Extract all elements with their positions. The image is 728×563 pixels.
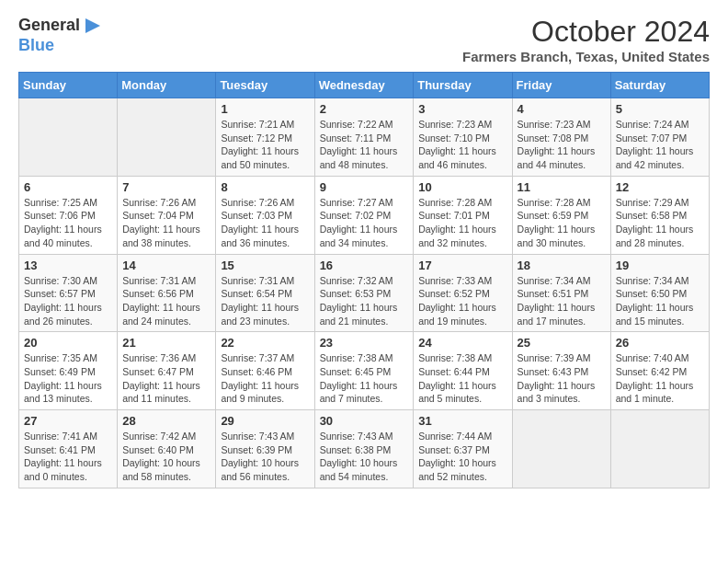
calendar-cell: 31Sunrise: 7:44 AMSunset: 6:37 PMDayligh… xyxy=(414,410,512,488)
day-number: 14 xyxy=(122,259,210,272)
day-info: Sunrise: 7:43 AMSunset: 6:39 PMDaylight:… xyxy=(221,430,309,484)
calendar-cell: 27Sunrise: 7:41 AMSunset: 6:41 PMDayligh… xyxy=(19,410,118,488)
day-info: Sunrise: 7:31 AMSunset: 6:54 PMDaylight:… xyxy=(221,274,309,328)
day-number: 3 xyxy=(418,102,506,116)
day-info: Sunrise: 7:21 AMSunset: 7:12 PMDaylight:… xyxy=(221,118,309,172)
calendar-cell: 3Sunrise: 7:23 AMSunset: 7:10 PMDaylight… xyxy=(414,98,512,177)
calendar-table: SundayMondayTuesdayWednesdayThursdayFrid… xyxy=(18,72,710,488)
calendar-cell: 23Sunrise: 7:38 AMSunset: 6:45 PMDayligh… xyxy=(314,332,414,410)
day-number: 7 xyxy=(122,180,210,194)
calendar-cell: 18Sunrise: 7:34 AMSunset: 6:51 PMDayligh… xyxy=(512,254,610,332)
calendar-cell: 4Sunrise: 7:23 AMSunset: 7:08 PMDaylight… xyxy=(512,98,610,177)
calendar-cell: 26Sunrise: 7:40 AMSunset: 6:42 PMDayligh… xyxy=(610,332,709,410)
day-header-thursday: Thursday xyxy=(414,73,512,98)
svg-marker-0 xyxy=(85,18,100,33)
day-number: 19 xyxy=(616,259,704,272)
calendar-cell: 25Sunrise: 7:39 AMSunset: 6:43 PMDayligh… xyxy=(512,332,610,410)
day-info: Sunrise: 7:25 AMSunset: 7:06 PMDaylight:… xyxy=(24,196,112,250)
calendar-cell: 19Sunrise: 7:34 AMSunset: 6:50 PMDayligh… xyxy=(610,254,709,332)
calendar-cell: 5Sunrise: 7:24 AMSunset: 7:07 PMDaylight… xyxy=(610,98,709,177)
day-info: Sunrise: 7:23 AMSunset: 7:08 PMDaylight:… xyxy=(518,118,606,172)
calendar-cell: 14Sunrise: 7:31 AMSunset: 6:56 PMDayligh… xyxy=(118,254,216,332)
day-number: 30 xyxy=(320,414,409,428)
calendar-cell: 8Sunrise: 7:26 AMSunset: 7:03 PMDaylight… xyxy=(216,176,314,254)
day-number: 31 xyxy=(418,414,506,428)
day-info: Sunrise: 7:36 AMSunset: 6:47 PMDaylight:… xyxy=(122,351,210,406)
day-info: Sunrise: 7:32 AMSunset: 6:53 PMDaylight:… xyxy=(320,274,409,328)
day-info: Sunrise: 7:26 AMSunset: 7:03 PMDaylight:… xyxy=(221,196,309,250)
day-number: 4 xyxy=(518,102,606,116)
day-info: Sunrise: 7:24 AMSunset: 7:07 PMDaylight:… xyxy=(616,118,704,172)
calendar-cell: 9Sunrise: 7:27 AMSunset: 7:02 PMDaylight… xyxy=(314,176,414,254)
day-info: Sunrise: 7:26 AMSunset: 7:04 PMDaylight:… xyxy=(122,196,210,250)
calendar-cell: 13Sunrise: 7:30 AMSunset: 6:57 PMDayligh… xyxy=(19,254,118,332)
logo: GeneralBlue xyxy=(18,15,104,55)
calendar-cell: 16Sunrise: 7:32 AMSunset: 6:53 PMDayligh… xyxy=(314,254,414,332)
day-number: 18 xyxy=(518,259,606,272)
day-info: Sunrise: 7:37 AMSunset: 6:46 PMDaylight:… xyxy=(221,351,309,406)
logo-text: GeneralBlue xyxy=(18,15,104,55)
day-header-row: SundayMondayTuesdayWednesdayThursdayFrid… xyxy=(19,73,710,98)
page-header: GeneralBlue October 2024 Farmers Branch,… xyxy=(18,15,710,64)
day-info: Sunrise: 7:38 AMSunset: 6:45 PMDaylight:… xyxy=(320,351,409,406)
day-number: 28 xyxy=(122,414,210,428)
day-header-tuesday: Tuesday xyxy=(216,73,314,98)
day-info: Sunrise: 7:23 AMSunset: 7:10 PMDaylight:… xyxy=(418,118,506,172)
day-number: 5 xyxy=(616,102,704,116)
calendar-cell: 1Sunrise: 7:21 AMSunset: 7:12 PMDaylight… xyxy=(216,98,314,177)
month-title: October 2024 xyxy=(462,15,710,49)
day-number: 20 xyxy=(24,336,112,350)
day-info: Sunrise: 7:39 AMSunset: 6:43 PMDaylight:… xyxy=(518,351,606,406)
day-number: 29 xyxy=(221,414,309,428)
calendar-cell: 22Sunrise: 7:37 AMSunset: 6:46 PMDayligh… xyxy=(216,332,314,410)
day-number: 8 xyxy=(221,180,309,194)
day-number: 1 xyxy=(221,102,309,116)
day-number: 6 xyxy=(24,180,112,194)
day-number: 11 xyxy=(518,180,606,194)
calendar-cell xyxy=(118,98,216,177)
calendar-cell: 17Sunrise: 7:33 AMSunset: 6:52 PMDayligh… xyxy=(414,254,512,332)
calendar-cell: 10Sunrise: 7:28 AMSunset: 7:01 PMDayligh… xyxy=(414,176,512,254)
day-info: Sunrise: 7:43 AMSunset: 6:38 PMDaylight:… xyxy=(320,430,409,484)
calendar-cell: 12Sunrise: 7:29 AMSunset: 6:58 PMDayligh… xyxy=(610,176,709,254)
day-info: Sunrise: 7:38 AMSunset: 6:44 PMDaylight:… xyxy=(418,351,506,406)
day-info: Sunrise: 7:34 AMSunset: 6:51 PMDaylight:… xyxy=(518,274,606,328)
calendar-cell: 30Sunrise: 7:43 AMSunset: 6:38 PMDayligh… xyxy=(314,410,414,488)
day-number: 25 xyxy=(518,336,606,350)
day-number: 9 xyxy=(320,180,409,194)
calendar-cell: 21Sunrise: 7:36 AMSunset: 6:47 PMDayligh… xyxy=(118,332,216,410)
day-info: Sunrise: 7:41 AMSunset: 6:41 PMDaylight:… xyxy=(24,430,112,484)
week-row-5: 27Sunrise: 7:41 AMSunset: 6:41 PMDayligh… xyxy=(19,410,710,488)
day-header-wednesday: Wednesday xyxy=(314,73,414,98)
calendar-cell xyxy=(610,410,709,488)
calendar-cell: 24Sunrise: 7:38 AMSunset: 6:44 PMDayligh… xyxy=(414,332,512,410)
day-header-sunday: Sunday xyxy=(19,73,118,98)
day-number: 12 xyxy=(616,180,704,194)
day-number: 2 xyxy=(320,102,409,116)
day-info: Sunrise: 7:28 AMSunset: 7:01 PMDaylight:… xyxy=(418,196,506,250)
day-info: Sunrise: 7:31 AMSunset: 6:56 PMDaylight:… xyxy=(122,274,210,328)
day-number: 22 xyxy=(221,336,309,350)
day-number: 13 xyxy=(24,259,112,272)
day-info: Sunrise: 7:27 AMSunset: 7:02 PMDaylight:… xyxy=(320,196,409,250)
week-row-2: 6Sunrise: 7:25 AMSunset: 7:06 PMDaylight… xyxy=(19,176,710,254)
day-header-saturday: Saturday xyxy=(610,73,709,98)
day-number: 26 xyxy=(616,336,704,350)
calendar-cell: 2Sunrise: 7:22 AMSunset: 7:11 PMDaylight… xyxy=(314,98,414,177)
day-info: Sunrise: 7:42 AMSunset: 6:40 PMDaylight:… xyxy=(122,430,210,484)
calendar-cell: 29Sunrise: 7:43 AMSunset: 6:39 PMDayligh… xyxy=(216,410,314,488)
day-header-monday: Monday xyxy=(118,73,216,98)
day-info: Sunrise: 7:30 AMSunset: 6:57 PMDaylight:… xyxy=(24,274,112,328)
day-number: 10 xyxy=(418,180,506,194)
day-info: Sunrise: 7:44 AMSunset: 6:37 PMDaylight:… xyxy=(418,430,506,484)
logo-icon xyxy=(82,15,104,37)
calendar-cell: 7Sunrise: 7:26 AMSunset: 7:04 PMDaylight… xyxy=(118,176,216,254)
calendar-cell xyxy=(512,410,610,488)
calendar-cell: 11Sunrise: 7:28 AMSunset: 6:59 PMDayligh… xyxy=(512,176,610,254)
calendar-cell xyxy=(19,98,118,177)
day-number: 23 xyxy=(320,336,409,350)
day-info: Sunrise: 7:22 AMSunset: 7:11 PMDaylight:… xyxy=(320,118,409,172)
location-title: Farmers Branch, Texas, United States xyxy=(462,49,710,64)
day-info: Sunrise: 7:34 AMSunset: 6:50 PMDaylight:… xyxy=(616,274,704,328)
day-info: Sunrise: 7:28 AMSunset: 6:59 PMDaylight:… xyxy=(518,196,606,250)
